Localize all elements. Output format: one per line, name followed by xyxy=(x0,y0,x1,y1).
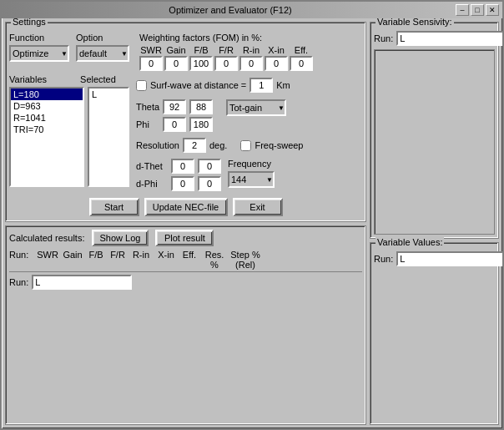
selected-label: Selected xyxy=(80,74,116,84)
col-res: Res. % xyxy=(201,250,228,270)
col-xin: X-in xyxy=(154,250,178,270)
theta-label: Theta xyxy=(136,102,159,112)
wf-eff-input[interactable] xyxy=(290,56,313,71)
results-table-header: Run: SWR Gain F/B F/R R-in X-in Eff. Res… xyxy=(9,250,362,272)
list-item[interactable]: L=180 xyxy=(11,89,83,100)
d-thet-input1[interactable] xyxy=(171,159,194,174)
minimize-button[interactable]: – xyxy=(456,4,469,16)
freq-sweep-label: Freq-sweep xyxy=(255,140,303,150)
results-header: Calculated results: Show Log Plot result xyxy=(9,230,362,246)
wf-eff-label: Eff. xyxy=(295,45,308,55)
d-thet-label: d-Thet xyxy=(136,161,168,171)
d-section: d-Thet d-Phi xyxy=(136,159,221,191)
sensitivity-run-row: Run: xyxy=(374,31,495,46)
wf-gain-input[interactable] xyxy=(164,56,188,71)
col-rin: R-in xyxy=(129,250,153,270)
start-button[interactable]: Start xyxy=(89,198,139,216)
phi-input2[interactable] xyxy=(189,117,213,132)
sensitivity-run-input[interactable] xyxy=(396,31,502,46)
d-phi-label: d-Phi xyxy=(136,179,168,189)
wf-rin-input[interactable] xyxy=(239,56,263,71)
resolution-unit: deg. xyxy=(209,140,227,150)
resolution-row: Resolution deg. xyxy=(136,138,227,153)
weighting-label: Weighting factors (FOM) in %: xyxy=(139,33,313,43)
run-label: Run: xyxy=(9,277,28,287)
wf-fb-input[interactable] xyxy=(189,56,213,71)
tot-gain-select[interactable]: Tot-gain H-gain V-gain xyxy=(226,99,286,116)
d-phi-input2[interactable] xyxy=(198,176,221,191)
values-run-row: Run: xyxy=(374,251,495,266)
frequency-select-wrapper: 144 146 ▼ xyxy=(228,171,275,188)
col-fr: F/R xyxy=(108,250,128,270)
resolution-label: Resolution xyxy=(136,140,179,150)
tot-gain-select-wrapper: Tot-gain H-gain V-gain ▼ xyxy=(226,99,286,116)
variable-values-label: Variable Values: xyxy=(375,237,444,247)
d-phi-input1[interactable] xyxy=(171,176,194,191)
sensitivity-run-label: Run: xyxy=(374,33,393,43)
phi-input1[interactable] xyxy=(163,117,186,132)
plot-result-button[interactable]: Plot result xyxy=(155,230,214,246)
close-button[interactable]: ✕ xyxy=(486,4,499,16)
sensitivity-area xyxy=(374,49,495,235)
wf-rin-label: R-in xyxy=(243,45,260,55)
variables-label: Variables xyxy=(9,74,47,84)
settings-label: Settings xyxy=(11,18,48,27)
settings-group: Settings Function Optimize Evaluate xyxy=(5,22,366,222)
theta-phi-section: Theta Phi xyxy=(136,99,213,132)
list-item[interactable]: L xyxy=(89,89,128,100)
function-label: Function xyxy=(9,33,69,43)
show-log-button[interactable]: Show Log xyxy=(92,230,149,246)
list-item[interactable]: TRI=70 xyxy=(11,124,83,135)
d-thet-input2[interactable] xyxy=(198,159,221,174)
values-run-label: Run: xyxy=(374,254,393,264)
function-select-wrapper: Optimize Evaluate ▼ xyxy=(9,45,69,62)
wf-fr-input[interactable] xyxy=(214,56,238,71)
list-item[interactable]: D=963 xyxy=(11,100,83,112)
wf-xin-input[interactable] xyxy=(265,56,288,71)
update-nec-button[interactable]: Update NEC-file xyxy=(144,198,228,216)
calculated-label: Calculated results: xyxy=(9,233,85,243)
surf-wave-row: Surf-wave at distance = Km xyxy=(136,78,362,93)
run-input[interactable] xyxy=(32,275,132,290)
theta-input2[interactable] xyxy=(189,99,213,114)
variable-sensitivity-group: Variable Sensivity: Run: xyxy=(370,22,499,239)
right-column: Variable Sensivity: Run: Variable Values… xyxy=(370,22,499,425)
col-swr: SWR xyxy=(36,250,59,270)
window-title: Optimizer and Evaluator (F12) xyxy=(5,5,456,15)
tot-gain-wrapper: Tot-gain H-gain V-gain ▼ xyxy=(226,99,286,116)
col-eff: Eff. xyxy=(179,250,199,270)
wf-gain-label: Gain xyxy=(166,45,185,55)
weighting-inputs-row: SWR Gain F/B xyxy=(139,45,313,71)
surf-wave-distance-input[interactable] xyxy=(249,78,273,93)
col-gain: Gain xyxy=(61,250,84,270)
main-window: Optimizer and Evaluator (F12) – □ ✕ Sett… xyxy=(0,0,504,430)
wf-fr-label: F/R xyxy=(219,45,234,55)
option-select[interactable]: default xyxy=(76,45,129,62)
surf-wave-checkbox[interactable] xyxy=(136,80,147,91)
option-label: Option xyxy=(76,33,129,43)
col-fb: F/B xyxy=(86,250,106,270)
wf-swr-label: SWR xyxy=(140,45,162,55)
resolution-input[interactable] xyxy=(183,138,206,153)
wf-swr-input[interactable] xyxy=(139,56,163,71)
maximize-button[interactable]: □ xyxy=(471,4,484,16)
option-select-wrapper: default ▼ xyxy=(76,45,129,62)
values-area xyxy=(374,270,495,421)
list-item[interactable]: R=1041 xyxy=(11,112,83,124)
col-run: Run: xyxy=(9,250,34,270)
theta-input1[interactable] xyxy=(163,99,186,114)
variables-list[interactable]: L=180 D=963 R=1041 TRI=70 xyxy=(9,87,84,187)
function-select[interactable]: Optimize Evaluate xyxy=(9,45,69,62)
variable-values-group: Variable Values: Run: xyxy=(370,242,499,425)
exit-button[interactable]: Exit xyxy=(233,198,283,216)
freq-sweep-checkbox[interactable] xyxy=(240,140,251,151)
frequency-select[interactable]: 144 146 xyxy=(228,171,275,188)
title-bar: Optimizer and Evaluator (F12) – □ ✕ xyxy=(2,2,502,18)
selected-list[interactable]: L xyxy=(88,87,129,187)
frequency-section: Frequency 144 146 ▼ xyxy=(228,159,275,188)
wf-fb-label: F/B xyxy=(194,45,208,55)
values-run-input[interactable] xyxy=(396,251,502,266)
phi-label: Phi xyxy=(136,119,159,129)
surf-wave-label: Surf-wave at distance = xyxy=(150,80,246,90)
wf-xin-label: X-in xyxy=(268,45,285,55)
